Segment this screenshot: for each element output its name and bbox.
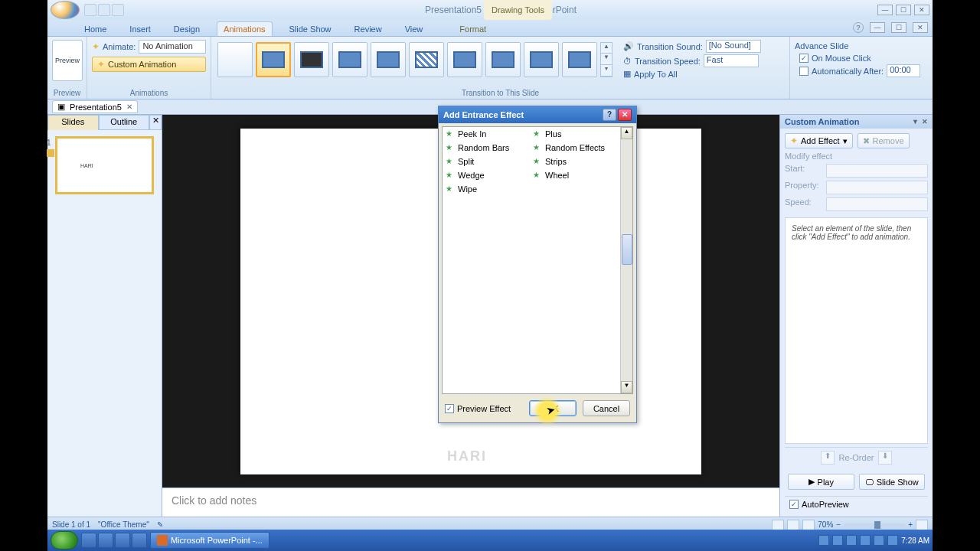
ok-button[interactable]: OK	[529, 400, 577, 416]
on-click-checkbox[interactable]: ✓	[799, 54, 808, 63]
tray-icon[interactable]	[832, 535, 843, 546]
doc-restore-button[interactable]: ☐	[891, 22, 906, 33]
auto-after-spinner[interactable]: 00:00	[887, 64, 920, 77]
tray-icon[interactable]	[846, 535, 857, 546]
tab-slideshow[interactable]: Slide Show	[283, 22, 338, 36]
notes-pane[interactable]: Click to add notes	[162, 487, 779, 517]
help-icon[interactable]: ?	[853, 22, 864, 33]
slideshow-button[interactable]: 🖵 Slide Show	[859, 474, 926, 490]
dialog-help-button[interactable]: ?	[603, 109, 616, 121]
slideshow-view-icon[interactable]	[802, 520, 815, 530]
property-combo[interactable]	[826, 181, 928, 194]
document-tab[interactable]: ▣ Presentation5 ✕	[52, 100, 138, 113]
effect-item[interactable]: Plus	[530, 127, 617, 141]
effect-item[interactable]: Random Effects	[530, 141, 617, 155]
quicklaunch-icon[interactable]	[132, 533, 147, 548]
transition-item[interactable]	[371, 42, 406, 77]
quicklaunch-icon[interactable]	[115, 533, 130, 548]
doc-close-button[interactable]: ✕	[913, 22, 928, 33]
remove-button[interactable]: ✖Remove	[858, 133, 910, 148]
redo-icon[interactable]	[112, 4, 124, 16]
zoom-slider[interactable]	[844, 523, 905, 527]
slide-thumbnail[interactable]: 1 HARI	[55, 136, 154, 194]
transition-none[interactable]	[217, 42, 253, 77]
undo-icon[interactable]	[98, 4, 110, 16]
custom-animation-button[interactable]: ✦ Custom Animation	[92, 57, 206, 72]
tray-icon[interactable]	[887, 535, 898, 546]
spellcheck-icon[interactable]: ✎	[157, 520, 163, 529]
animate-combo[interactable]: No Animation	[139, 40, 205, 54]
start-button[interactable]	[51, 531, 78, 549]
tab-format[interactable]: Format	[453, 22, 492, 36]
reorder-down-icon[interactable]: ⬇	[878, 451, 892, 465]
minimize-button[interactable]: —	[877, 5, 893, 15]
transition-item[interactable]	[256, 42, 291, 77]
preview-effect-checkbox[interactable]: ✓	[445, 404, 454, 413]
transition-item[interactable]	[524, 42, 559, 77]
tray-icon[interactable]	[818, 535, 829, 546]
tab-design[interactable]: Design	[168, 22, 206, 36]
taskbar-item-powerpoint[interactable]: Microsoft PowerPoint -...	[150, 532, 270, 549]
tab-view[interactable]: View	[399, 22, 430, 36]
office-button[interactable]	[51, 1, 80, 19]
sorter-view-icon[interactable]	[787, 520, 799, 530]
transition-item[interactable]	[409, 42, 444, 77]
transition-speed-combo[interactable]: Fast	[704, 54, 759, 67]
preview-effect-label: Preview Effect	[457, 404, 511, 413]
save-icon[interactable]	[84, 4, 96, 16]
zoom-out-icon[interactable]: −	[836, 520, 841, 529]
doc-minimize-button[interactable]: —	[870, 22, 885, 33]
tab-animations[interactable]: Animations	[217, 21, 272, 36]
normal-view-icon[interactable]	[772, 520, 784, 530]
dialog-close-button[interactable]: ✕	[618, 109, 632, 121]
reorder-up-icon[interactable]: ⬆	[821, 451, 835, 465]
transition-item[interactable]	[447, 42, 482, 77]
maximize-button[interactable]: ☐	[896, 5, 911, 15]
start-combo[interactable]	[826, 164, 928, 178]
preview-button[interactable]: Preview	[52, 40, 83, 81]
tab-review[interactable]: Review	[348, 22, 388, 36]
tab-insert[interactable]: Insert	[123, 22, 157, 36]
quicklaunch-icon[interactable]	[98, 533, 113, 548]
transition-sound-combo[interactable]: [No Sound]	[706, 40, 761, 53]
effect-item[interactable]: Split	[443, 155, 530, 168]
slides-tab[interactable]: Slides	[47, 115, 99, 130]
scroll-up-icon[interactable]: ▲	[621, 127, 632, 139]
quicklaunch-icon[interactable]	[81, 533, 96, 548]
cancel-button[interactable]: Cancel	[583, 400, 630, 416]
clock[interactable]: 7:28 AM	[901, 536, 929, 545]
transition-item[interactable]	[562, 42, 597, 77]
speed-combo[interactable]	[826, 197, 928, 211]
taskpane-menu-icon[interactable]: ▼	[912, 118, 919, 126]
effect-item[interactable]: Wedge	[443, 168, 530, 182]
transition-item[interactable]	[294, 42, 329, 77]
transition-more[interactable]: ▲▼▾	[600, 42, 612, 77]
transition-item[interactable]	[332, 42, 368, 77]
effect-item[interactable]: Strips	[530, 155, 617, 168]
close-doc-icon[interactable]: ✕	[126, 103, 132, 111]
fit-icon[interactable]	[916, 520, 928, 530]
close-panel-icon[interactable]: ✕	[149, 115, 162, 130]
tray-icon[interactable]	[874, 535, 884, 546]
zoom-value[interactable]: 70%	[818, 520, 833, 529]
play-button[interactable]: ▶ Play	[788, 474, 854, 490]
taskpane-close-icon[interactable]: ✕	[922, 118, 928, 126]
close-button[interactable]: ✕	[914, 5, 929, 15]
autopreview-checkbox[interactable]: ✓	[789, 500, 799, 509]
add-effect-button[interactable]: ✦Add Effect ▾	[785, 133, 853, 148]
effect-item[interactable]: Random Bars	[443, 141, 530, 155]
effect-item[interactable]: Wipe	[443, 182, 530, 196]
scroll-thumb[interactable]	[622, 234, 632, 265]
outline-tab[interactable]: Outline	[99, 115, 150, 130]
effect-item[interactable]: Peek In	[443, 127, 530, 141]
transition-item[interactable]	[485, 42, 521, 77]
auto-after-checkbox[interactable]	[799, 67, 808, 76]
effect-item[interactable]: Wheel	[530, 168, 617, 182]
auto-after-label: Automatically After:	[812, 67, 884, 76]
zoom-in-icon[interactable]: +	[908, 520, 913, 529]
apply-to-all-button[interactable]: Apply To All	[634, 70, 678, 79]
tab-home[interactable]: Home	[78, 22, 113, 36]
tray-icon[interactable]	[860, 535, 871, 546]
scrollbar[interactable]: ▲ ▼	[620, 127, 632, 393]
scroll-down-icon[interactable]: ▼	[621, 381, 632, 393]
